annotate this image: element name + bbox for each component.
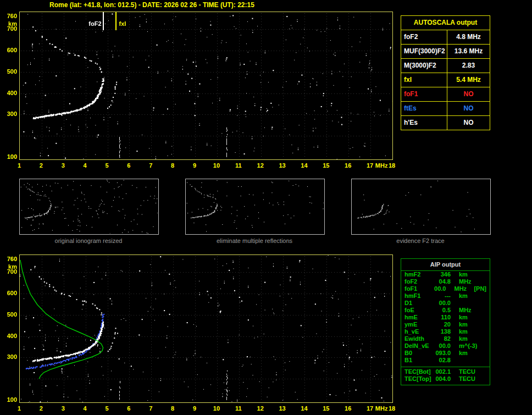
x-tick-label: 16 [342, 405, 353, 412]
aip-param-value: 0.5 [432, 307, 451, 314]
aip-param-value: 110 [432, 314, 451, 321]
autoscala-row: fxI5.4 MHz [401, 73, 490, 87]
aip-param-extra [486, 271, 490, 278]
aip-row: hmF2346km [401, 271, 490, 278]
aip-param-unit: TECU [459, 368, 481, 375]
aip-param-unit: MHz [454, 285, 474, 292]
aip-param-value: --- [432, 292, 451, 300]
fof2-marker-label: foF2 [82, 20, 103, 27]
x-tick-label: 1 [14, 405, 25, 412]
autoscala-row: foF24.8 MHz [401, 30, 490, 45]
aip-param-label: B1 [404, 357, 432, 364]
thumbnail-caption-reflections: eliminate multiple reflections [185, 237, 324, 244]
aip-param-unit: TECU [459, 375, 481, 383]
aip-param-label: Ewidth [404, 335, 432, 342]
aip-param-value: 346 [432, 271, 451, 278]
y-tick-label: 300 [3, 353, 17, 360]
profile-canvas [20, 255, 392, 402]
aip-row: D100.0 [401, 300, 490, 307]
x-tick-label: 16 [342, 162, 353, 169]
x-tick-label: 7 [145, 405, 156, 412]
aip-tec-row: TEC[Bot]002.1TECU [401, 368, 490, 375]
autoscala-row-label: h'Es [401, 116, 447, 130]
aip-param-value: 00.0 [429, 285, 446, 292]
aip-param-extra [486, 307, 490, 314]
aip-param-unit: km [459, 328, 481, 335]
aip-param-unit: MHz [459, 307, 481, 314]
aip-param-unit [459, 357, 481, 364]
aip-param-extra [486, 321, 490, 328]
aip-tec-separator [401, 367, 490, 367]
aip-param-value: 00.0 [432, 300, 451, 307]
aip-row: DelN_vE00.0m^(-3) [401, 342, 490, 350]
thumbnail-multiple-reflections-canvas [186, 180, 324, 234]
x-tick-label: 7 [145, 162, 156, 169]
autoscala-row-label: fxI [401, 73, 447, 87]
y-axis-unit-label: km [3, 20, 17, 27]
aip-param-label: foE [404, 307, 432, 314]
aip-param-label: TEC[Bot] [404, 368, 432, 375]
aip-output-table: AIP outputhmF2346kmfoF204.8MHzfoF100.0MH… [401, 258, 490, 385]
station-date-title: Rome (lat: +41.8, lon: 012.5) - DATE: 20… [49, 1, 254, 9]
x-tick-label: 5 [102, 405, 113, 412]
aip-param-value: 04.8 [432, 278, 451, 285]
autoscala-row-label: M(3000)F2 [401, 59, 447, 73]
aip-param-unit: km [459, 271, 481, 278]
thumbnail-f2-trace-canvas [352, 180, 490, 234]
x-tick-label: 4 [80, 405, 91, 412]
y-tick-label: 100 [3, 396, 17, 403]
aip-param-value: 138 [432, 328, 451, 335]
x-tick-label: 13 [277, 162, 288, 169]
x-axis-unit-label: MHz [373, 162, 390, 169]
x-tick-label: 3 [58, 405, 69, 412]
autoscala-row-label: foF2 [401, 30, 447, 44]
aip-param-unit: km [459, 314, 481, 321]
thumbnail-multiple-reflections [185, 179, 325, 235]
aip-param-extra [486, 328, 490, 335]
x-tick-label: 6 [123, 162, 134, 169]
y-tick-label: 600 [3, 47, 17, 53]
aip-param-value: 82 [432, 335, 451, 342]
aip-param-unit: MHz [459, 278, 481, 285]
autoscala-row-value: NO [447, 102, 490, 115]
aip-param-label: B0 [404, 350, 432, 357]
autoscala-row: foF1NO [401, 87, 490, 102]
aip-param-value: 004.0 [432, 375, 451, 383]
aip-param-label: hmF1 [404, 292, 432, 300]
aip-param-unit: m^(-3) [459, 342, 481, 350]
y-tick-label: 400 [3, 90, 17, 96]
aip-param-unit: km [459, 335, 481, 342]
x-tick-label: 13 [277, 405, 288, 412]
aip-row: ymE20km [401, 321, 490, 328]
aip-param-extra [486, 350, 490, 357]
x-tick-label: 5 [102, 162, 113, 169]
x-tick-label: 4 [80, 162, 91, 169]
autoscala-row: ftEsNO [401, 102, 490, 116]
autoscala-row-label: MUF(3000)F2 [401, 45, 447, 58]
autoscala-table-header: AUTOSCALA output [401, 16, 490, 30]
x-tick-label: 2 [36, 405, 47, 412]
x-tick-label: 11 [233, 162, 244, 169]
aip-param-label: D1 [404, 300, 432, 307]
aip-param-extra [486, 335, 490, 342]
y-tick-label: 760 [3, 13, 17, 19]
aip-param-unit: km [459, 350, 481, 357]
x-tick-label: 15 [320, 162, 331, 169]
x-tick-label: 12 [255, 162, 266, 169]
aip-tec-row: TEC[Top]004.0TECU [401, 375, 490, 383]
aip-param-label: foF2 [404, 278, 432, 285]
aip-row: foF100.0MHz[PN] [401, 285, 490, 292]
aip-param-label: DelN_vE [404, 342, 432, 350]
y-tick-label: 500 [3, 68, 17, 75]
fxi-marker-label: fxI [118, 20, 127, 27]
aip-param-value: 002.1 [432, 368, 451, 375]
x-tick-label: 9 [189, 162, 200, 169]
ionogram-plot: foF2 fxI [19, 12, 393, 160]
aip-row: foE0.5MHz [401, 307, 490, 314]
x-axis-unit-label: MHz [373, 405, 390, 412]
aip-param-extra [486, 278, 490, 285]
x-tick-label: 10 [211, 162, 222, 169]
aip-param-value: 02.8 [432, 357, 451, 364]
fof2-marker-line [103, 12, 104, 30]
autoscala-row-label: foF1 [401, 87, 447, 101]
